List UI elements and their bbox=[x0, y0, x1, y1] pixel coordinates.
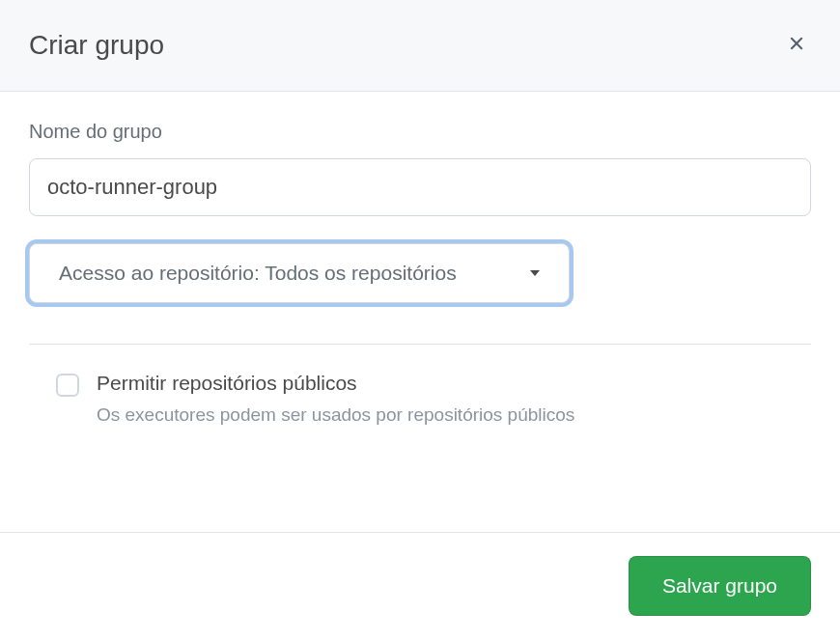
modal-footer: Salvar grupo bbox=[0, 532, 840, 639]
allow-public-row: Permitir repositórios públicos Os execut… bbox=[29, 372, 811, 426]
close-icon[interactable] bbox=[782, 29, 811, 62]
divider bbox=[29, 344, 811, 345]
modal-body: Nome do grupo Acesso ao repositório: Tod… bbox=[0, 92, 840, 532]
repo-access-label: Acesso ao repositório: Todos os repositó… bbox=[59, 262, 457, 285]
repo-access-dropdown[interactable]: Acesso ao repositório: Todos os repositó… bbox=[29, 243, 570, 303]
chevron-down-icon bbox=[530, 270, 540, 276]
allow-public-checkbox[interactable] bbox=[56, 374, 79, 397]
modal-header: Criar grupo bbox=[0, 0, 840, 92]
group-name-label: Nome do grupo bbox=[29, 121, 811, 143]
allow-public-label: Permitir repositórios públicos bbox=[97, 372, 574, 395]
save-group-button[interactable]: Salvar grupo bbox=[629, 556, 811, 616]
allow-public-content: Permitir repositórios públicos Os execut… bbox=[97, 372, 574, 426]
modal-title: Criar grupo bbox=[29, 30, 164, 61]
allow-public-desc: Os executores podem ser usados por repos… bbox=[97, 404, 574, 426]
group-name-input[interactable] bbox=[29, 158, 811, 216]
create-group-modal: Criar grupo Nome do grupo Acesso ao repo… bbox=[0, 0, 840, 639]
